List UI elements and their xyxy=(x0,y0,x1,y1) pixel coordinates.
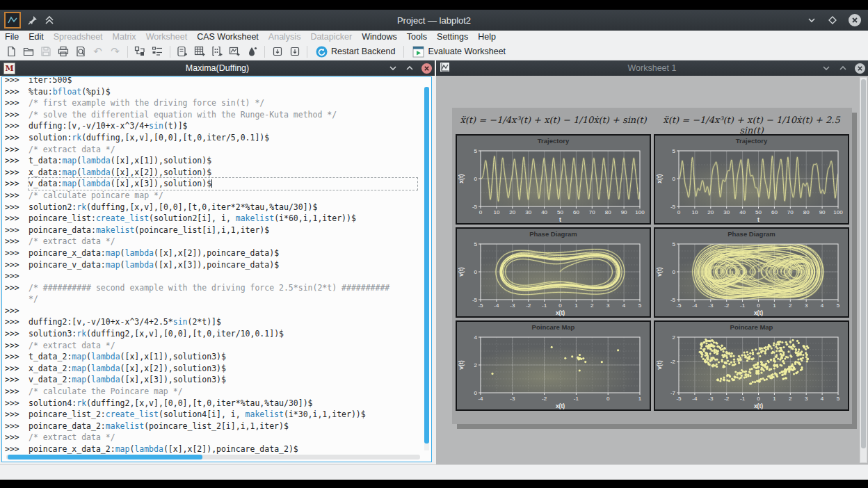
menu-item-tools[interactable]: Tools xyxy=(402,31,432,43)
new-document-icon[interactable] xyxy=(3,44,19,59)
worksheet-window: Worksheet 1 ẍ(t) = −1/4x³(t) + x(t) − 1/… xyxy=(436,60,868,464)
svg-text:-4: -4 xyxy=(494,302,499,309)
console-close-icon[interactable] xyxy=(421,63,432,74)
menu-item-settings[interactable]: Settings xyxy=(432,31,473,43)
console-line: >>> xyxy=(5,305,420,317)
menu-item-spreadsheet: Spreadsheet xyxy=(49,31,108,43)
save-icon[interactable] xyxy=(38,44,54,59)
plot-poincare-map-1[interactable]: Poincare Map -4-3-2-101024x(t)v(t) xyxy=(456,320,651,411)
worksheet-restore-icon[interactable] xyxy=(838,63,848,73)
console-line: >>>solution3:rk(duffing2,[x,v],[0,0],[t,… xyxy=(5,328,420,340)
console-line: >>>iter:500$ xyxy=(5,76,420,86)
svg-text:-5: -5 xyxy=(472,297,478,303)
svg-text:-2: -2 xyxy=(542,396,547,402)
console-titlebar[interactable]: M Maxima(Duffing) xyxy=(0,60,435,76)
menu-item-edit[interactable]: Edit xyxy=(24,31,49,43)
scrollbar-thumb[interactable] xyxy=(8,455,202,459)
console-text-area[interactable]: >>>iter:500$>>>%tau:bfloat(%pi)$>>>/* fi… xyxy=(1,76,432,462)
svg-text:5: 5 xyxy=(673,148,676,154)
console-line: >>>duffing2:[v,-v/10+x-x^3/4+2.5*sin(2*t… xyxy=(5,316,420,328)
console-line: >>>/* ########## second example with the… xyxy=(5,282,420,294)
maxima-icon: M xyxy=(3,63,15,74)
menu-item-analysis: Analysis xyxy=(264,31,306,43)
restart-icon xyxy=(316,46,328,58)
svg-text:-5: -5 xyxy=(676,396,682,402)
scrollbar-thumb[interactable] xyxy=(861,79,866,448)
new-spreadsheet-icon[interactable] xyxy=(192,44,208,59)
export-icon[interactable] xyxy=(287,44,303,59)
minimize-icon[interactable] xyxy=(807,15,817,25)
svg-text:40: 40 xyxy=(739,209,746,215)
svg-text:50: 50 xyxy=(557,209,563,215)
project-explorer-icon[interactable] xyxy=(132,44,148,59)
menu-item-help[interactable]: Help xyxy=(473,31,501,43)
console-horizontal-scrollbar[interactable] xyxy=(6,455,420,459)
svg-text:-1: -1 xyxy=(574,396,579,402)
worksheet-vertical-scrollbar[interactable] xyxy=(860,77,867,463)
worksheet-minimize-icon[interactable] xyxy=(821,63,831,73)
menu-item-windows[interactable]: Windows xyxy=(357,31,402,43)
svg-text:0: 0 xyxy=(474,390,478,396)
new-worksheet-icon[interactable] xyxy=(227,44,243,59)
svg-text:60: 60 xyxy=(771,209,778,215)
evaluate-worksheet-button[interactable]: Evaluate Worksheet xyxy=(408,44,510,59)
console-vertical-scrollbar[interactable] xyxy=(424,87,429,450)
svg-text:-4: -4 xyxy=(692,302,698,309)
restart-backend-button[interactable]: Restart Backend xyxy=(312,44,399,59)
console-output: >>>iter:500$>>>%tau:bfloat(%pi)$>>>/* fi… xyxy=(5,76,420,455)
svg-text:4: 4 xyxy=(622,302,626,309)
console-line: >>>duffing:[v,-v/10+x-x^3/4+sin(t)]$ xyxy=(5,120,420,132)
scrollbar-thumb[interactable] xyxy=(424,87,429,444)
svg-text:90: 90 xyxy=(819,209,826,215)
console-line: >>>x_data_2:map(lambda([x],x[2]),solutio… xyxy=(5,363,420,375)
plot-title: Poincare Map xyxy=(457,322,650,334)
svg-text:4: 4 xyxy=(474,334,478,341)
console-restore-icon[interactable] xyxy=(405,63,415,73)
trajectory-2-chart: 0102030405060708090100-505tx(t) xyxy=(655,147,848,226)
svg-text:x(t): x(t) xyxy=(556,402,565,409)
trajectory-1-chart: 0102030405060708090100-505tx(t) xyxy=(457,147,650,226)
svg-text:v(t): v(t) xyxy=(656,267,663,276)
svg-text:3: 3 xyxy=(805,302,808,309)
redo-icon[interactable]: ↷ xyxy=(107,44,123,59)
plot-trajectory-2[interactable]: Trajectory 0102030405060708090100-505tx(… xyxy=(654,134,849,225)
menu-item-file[interactable]: File xyxy=(0,31,24,43)
datapicker-icon[interactable] xyxy=(244,44,260,59)
worksheet-titlebar[interactable]: Worksheet 1 xyxy=(436,60,868,76)
import-icon[interactable] xyxy=(269,44,285,59)
console-line: >>>/* extract data */ xyxy=(5,432,420,444)
print-icon[interactable] xyxy=(55,44,71,59)
console-line: >>>/* extract data */ xyxy=(5,144,420,156)
open-folder-icon[interactable] xyxy=(20,44,36,59)
worksheet-close-icon[interactable] xyxy=(855,63,865,74)
new-matrix-icon[interactable] xyxy=(209,44,225,59)
console-line: >>>poincare_v_data:map(lambda([x],x[3]),… xyxy=(5,259,420,271)
svg-text:-5: -5 xyxy=(670,297,676,303)
toolbar-separator xyxy=(127,46,128,58)
svg-text:-3: -3 xyxy=(708,302,714,309)
plot-phase-diagram-2[interactable]: Phase Diagram -5-4-3-2-1012345-505x(t)v(… xyxy=(654,227,849,318)
close-icon[interactable] xyxy=(849,14,861,26)
svg-text:30: 30 xyxy=(525,209,531,215)
undo-icon[interactable]: ↶ xyxy=(90,44,106,59)
svg-text:80: 80 xyxy=(803,209,810,215)
worksheet-icon xyxy=(440,62,450,75)
plot-trajectory-1[interactable]: Trajectory 0102030405060708090100-505tx(… xyxy=(456,134,651,225)
new-cas-worksheet-icon[interactable] xyxy=(175,44,191,59)
svg-text:80: 80 xyxy=(605,209,611,215)
svg-text:-2: -2 xyxy=(724,302,730,309)
plot-title: Phase Diagram xyxy=(655,229,848,241)
print-preview-icon[interactable] xyxy=(72,44,88,59)
properties-explorer-icon[interactable] xyxy=(150,44,166,59)
svg-text:-4: -4 xyxy=(692,396,698,402)
maximize-icon[interactable] xyxy=(828,15,837,25)
svg-text:-3: -3 xyxy=(510,396,515,402)
worksheet-view[interactable]: ẍ(t) = −1/4x³(t) + x(t) − 1/10ẋ(t) + sin… xyxy=(436,76,868,464)
plot-poincare-map-2[interactable]: Poincare Map -5-4-3-2-10123452-2-7x(t)v(… xyxy=(654,320,849,411)
plot-phase-diagram-1[interactable]: Phase Diagram -5-4-3-2-1012345-505x(t)v(… xyxy=(456,227,651,318)
menu-item-matrix: Matrix xyxy=(108,31,141,43)
console-line: >>>v_data_2:map(lambda([x],x[3]),solutio… xyxy=(5,374,420,386)
svg-text:4: 4 xyxy=(821,396,824,402)
menu-item-cas-worksheet[interactable]: CAS Worksheet xyxy=(192,31,264,43)
console-minimize-icon[interactable] xyxy=(388,63,398,73)
